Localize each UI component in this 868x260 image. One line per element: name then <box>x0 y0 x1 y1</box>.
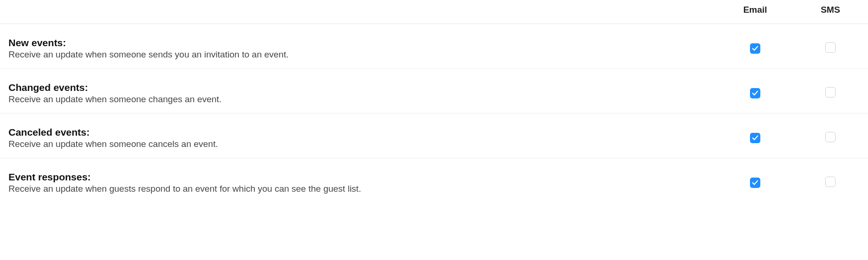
row-title: New events: <box>8 37 718 49</box>
checkbox-event-responses-email[interactable] <box>750 178 760 188</box>
row-new-events: New events: Receive an update when someo… <box>0 24 868 69</box>
row-title: Changed events: <box>8 82 718 93</box>
row-description: Receive an update when someone sends you… <box>8 49 718 60</box>
checkbox-new-events-sms[interactable] <box>825 42 836 53</box>
row-canceled-events: Canceled events: Receive an update when … <box>0 114 868 158</box>
row-title: Canceled events: <box>8 127 718 138</box>
checkmark-icon <box>752 179 758 186</box>
checkbox-canceled-events-sms[interactable] <box>825 132 836 142</box>
checkbox-changed-events-email[interactable] <box>750 88 760 98</box>
row-description: Receive an update when someone cancels a… <box>8 139 718 149</box>
checkbox-canceled-events-email[interactable] <box>750 133 760 143</box>
row-event-responses: Event responses: Receive an update when … <box>0 158 868 203</box>
checkbox-changed-events-sms[interactable] <box>825 87 836 98</box>
checkbox-new-events-email[interactable] <box>750 43 760 54</box>
row-title: Event responses: <box>8 171 718 183</box>
row-description: Receive an update when guests respond to… <box>8 184 718 194</box>
header-spacer <box>0 0 718 24</box>
column-header-sms: SMS <box>793 0 868 24</box>
checkbox-event-responses-sms[interactable] <box>825 177 836 187</box>
row-changed-events: Changed events: Receive an update when s… <box>0 69 868 114</box>
column-header-email: Email <box>718 0 793 24</box>
checkmark-icon <box>752 90 758 97</box>
notification-settings-table: Email SMS New events: Receive an update … <box>0 0 868 203</box>
row-description: Receive an update when someone changes a… <box>8 94 718 105</box>
checkmark-icon <box>752 45 758 52</box>
checkmark-icon <box>752 135 758 141</box>
table-header-row: Email SMS <box>0 0 868 24</box>
